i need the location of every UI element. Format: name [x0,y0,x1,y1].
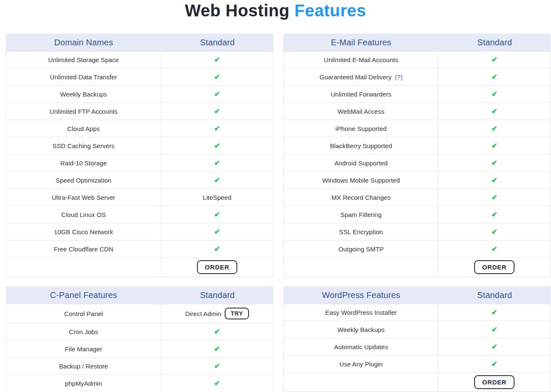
value-cell: ✔ [438,321,550,338]
table-header: C-Panel Features Standard [6,286,273,304]
value-cell: ✔ [438,304,550,321]
table-row: iPhone Supported✔ [284,120,550,137]
feature-label: Speed Optimization [56,177,112,184]
value-label: Direct Admin [185,310,221,317]
table-row: phpMyAdmin✔ [6,375,273,392]
feature-label: Unlimited Storage Space [48,56,119,63]
feature-label: Weekly Backups [338,326,385,333]
table-row: Backup / Restore✔ [6,358,273,375]
check-icon: ✔ [214,228,220,235]
value-cell: ✔ [161,340,273,357]
feature-cell: Unlimited Data Transfer [6,68,161,85]
feature-cell: Ultra-Fast Web Server [6,189,161,206]
table-row: BlackBerry Supported✔ [284,137,550,154]
table-header-plan: Standard [439,290,551,300]
order-button[interactable]: ORDER [474,375,514,389]
value-cell: ✔ [161,358,273,374]
value-cell: ✔ [161,375,273,392]
feature-cell: Guaranteed Mail Delivery(?) [284,68,438,85]
check-icon: ✔ [491,159,497,167]
check-icon: ✔ [214,56,220,63]
feature-label: Android Supported [334,159,388,167]
value-cell: ✔ [161,52,273,68]
value-cell: ✔ [161,137,273,154]
value-cell: ✔ [161,120,273,137]
value-cell: ✔ [161,323,273,340]
table-header-plan: Standard [439,38,551,47]
feature-cell: Cloud Apps [6,120,161,137]
table-row: Speed Optimization✔ [6,172,273,189]
table-header-category: WordPress Features [283,290,439,300]
feature-cell: Weekly Backups [6,86,161,102]
feature-label: Unlimited Forwarders [331,91,391,98]
value-cell: ✔ [438,52,550,68]
table-row: Windows Mobile Supported✔ [284,172,550,189]
feature-cell: Automatic Updates [284,338,438,355]
feature-label: Outgoing SMTP [338,246,384,253]
table-header-plan: Standard [161,38,273,47]
value-cell: ✔ [438,154,550,171]
table-row: File Manager✔ [6,340,273,358]
try-button[interactable]: TRY [225,308,249,319]
feature-label: Unlimited E-Mail Accounts [324,56,398,63]
table-header-plan: Standard [161,290,273,300]
check-icon: ✔ [214,125,220,132]
feature-label: SSD Caching Servers [52,142,115,149]
value-cell: ✔ [438,103,550,120]
feature-cell [284,258,438,277]
feature-cell: Cloud Linux OS [6,206,161,223]
table-row: SSD Caching Servers✔ [6,137,273,154]
check-icon: ✔ [491,125,497,132]
value-cell: ✔ [161,223,273,240]
check-icon: ✔ [491,56,497,63]
feature-cell: Free Cloudflare CDN [6,240,161,257]
feature-label: Free Cloudflare CDN [54,246,113,253]
feature-cell: Windows Mobile Supported [284,172,438,188]
feature-cell: WebMail Access [284,103,438,120]
feature-label: Use Any Plugin [339,361,383,368]
value-cell: ✔ [438,137,550,154]
feature-cell: Spam Filtering [284,206,438,223]
table-row: Weekly Backups✔ [6,86,273,103]
help-link[interactable]: (?) [395,73,402,81]
table-header: Domain Names Standard [6,34,273,51]
feature-label: SSL Encryption [339,228,383,235]
check-icon: ✔ [491,108,497,115]
feature-cell: Unlimited FTP Accounts [6,103,161,120]
feature-label: Cloud Linux OS [61,211,106,218]
table-header-category: Domain Names [6,38,161,47]
value-cell: ORDER [438,258,550,277]
feature-cell: Speed Optimization [6,172,161,188]
feature-label: Raid-10 Storage [60,159,107,167]
feature-label: Control Panel [64,310,103,317]
table-header: E-Mail Features Standard [283,34,551,51]
check-icon: ✔ [214,246,220,253]
value-cell: ✔ [438,68,550,85]
table-row: Control PanelDirect AdminTRY [6,304,273,323]
table-body: Easy WordPress Installer✔Weekly Backups✔… [283,304,551,392]
table-body: Unlimited Storage Space✔Unlimited Data T… [6,51,273,277]
feature-label: MX Record Changes [331,194,391,201]
value-cell: ✔ [438,240,550,257]
check-icon: ✔ [214,91,220,98]
value-cell: ✔ [438,86,550,102]
feature-cell: Backup / Restore [6,358,161,374]
table-row: Cloud Apps✔ [6,120,273,137]
feature-label: Cron Jobs [69,328,98,335]
order-button[interactable]: ORDER [197,260,237,274]
value-cell: ✔ [438,355,550,372]
value-cell: ✔ [161,86,273,102]
table-row: Free Cloudflare CDN✔ [6,240,273,258]
table-row: Cron Jobs✔ [6,323,273,340]
feature-cell: Easy WordPress Installer [284,304,438,321]
value-cell: ✔ [161,154,273,171]
value-cell: ✔ [161,240,273,257]
feature-cell: Unlimited E-Mail Accounts [284,52,438,68]
check-icon: ✔ [491,142,497,149]
order-button[interactable]: ORDER [474,260,514,274]
feature-label: Easy WordPress Installer [325,309,397,316]
check-icon: ✔ [491,343,497,350]
feature-cell: Use Any Plugin [284,355,438,372]
check-icon: ✔ [491,309,497,316]
feature-label: 10GB Cisco Network [54,228,113,235]
